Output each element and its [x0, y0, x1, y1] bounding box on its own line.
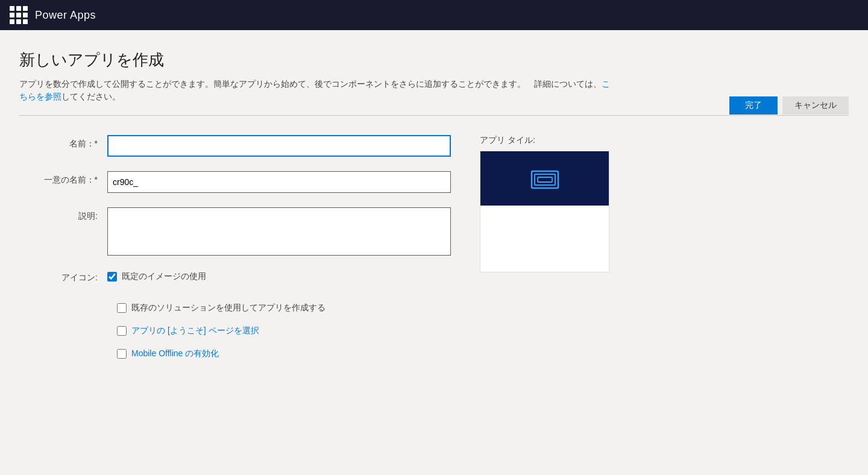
- unique-name-row: 一意の名前：*: [29, 171, 451, 193]
- app-tile-top: [480, 151, 609, 206]
- mobile-offline-checkbox[interactable]: [117, 349, 127, 359]
- existing-solution-checkbox[interactable]: [117, 303, 127, 313]
- description-row: 説明:: [29, 207, 451, 256]
- finish-button[interactable]: 完了: [729, 96, 778, 115]
- existing-solution-label: 既存のソリューションを使用してアプリを作成する: [131, 303, 326, 313]
- icon-label: アイコン:: [29, 270, 107, 283]
- unique-name-label: 一意の名前：*: [29, 171, 107, 186]
- page-title: 新しいアプリを作成: [19, 49, 849, 71]
- page-description: アプリを数分で作成して公開することができます。簡単なアプリから始めて、後でコンポ…: [19, 78, 610, 103]
- mobile-offline-row: Mobile Offline の有効化: [117, 348, 451, 359]
- form-fields: 名前：* 一意の名前：* 説明: アイコン: 既定のイメージの使用: [29, 135, 451, 359]
- welcome-page-checkbox[interactable]: [117, 326, 127, 336]
- welcome-page-label: アプリの [ようこそ] ページを選択: [131, 326, 259, 336]
- waffle-icon[interactable]: [10, 6, 28, 24]
- default-image-label: 既定のイメージの使用: [122, 271, 206, 282]
- icon-row: アイコン: 既定のイメージの使用: [29, 270, 451, 283]
- app-tile-icon: [527, 160, 563, 197]
- default-image-row: 既定のイメージの使用: [107, 271, 206, 282]
- name-label: 名前：*: [29, 135, 107, 149]
- details-link[interactable]: こちらを参照: [19, 79, 610, 101]
- default-image-checkbox[interactable]: [107, 272, 117, 282]
- existing-solution-row: 既存のソリューションを使用してアプリを作成する: [117, 303, 451, 313]
- svg-rect-2: [538, 177, 552, 182]
- options-area: 既存のソリューションを使用してアプリを作成する アプリの [ようこそ] ページを…: [29, 303, 451, 359]
- section-divider: [19, 115, 849, 116]
- name-row: 名前：*: [29, 135, 451, 157]
- description-label: 説明:: [29, 207, 107, 222]
- app-tile-section: アプリ タイル:: [480, 135, 612, 359]
- app-tile-label: アプリ タイル:: [480, 135, 612, 146]
- description-input[interactable]: [107, 207, 451, 256]
- app-title: Power Apps: [35, 9, 96, 22]
- form-area: 名前：* 一意の名前：* 説明: アイコン: 既定のイメージの使用: [19, 135, 849, 359]
- unique-name-input[interactable]: [107, 171, 451, 193]
- name-input[interactable]: [107, 135, 451, 157]
- app-tile: [480, 151, 609, 272]
- mobile-offline-label: Mobile Offline の有効化: [131, 348, 219, 359]
- app-tile-bottom: [480, 206, 609, 272]
- top-navigation: Power Apps: [0, 0, 868, 30]
- action-buttons: 完了 キャンセル: [729, 96, 849, 115]
- welcome-page-row: アプリの [ようこそ] ページを選択: [117, 326, 451, 336]
- cancel-button[interactable]: キャンセル: [782, 96, 849, 115]
